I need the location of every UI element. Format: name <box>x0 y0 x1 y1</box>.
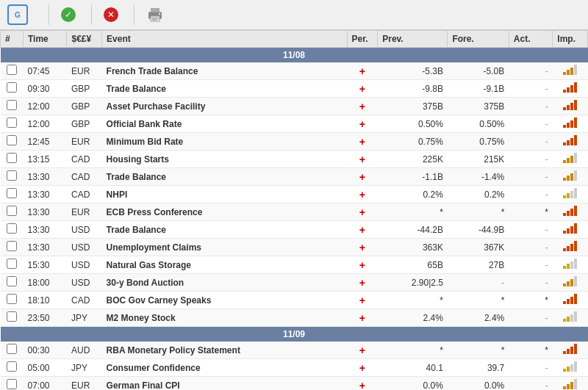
row-currency: USD <box>67 221 102 239</box>
row-time: 13:30 <box>23 168 67 186</box>
row-checkbox[interactable] <box>7 170 17 181</box>
row-imp <box>553 115 588 133</box>
row-prev: 375B <box>378 98 448 115</box>
row-checkbox[interactable] <box>7 118 17 128</box>
row-time: 05:00 <box>23 359 67 377</box>
row-event: French Trade Balance <box>102 62 347 80</box>
row-checkbox[interactable] <box>7 65 17 75</box>
row-checkbox[interactable] <box>7 153 17 163</box>
row-currency: EUR <box>67 377 102 391</box>
mark-all-button[interactable]: ✓ <box>61 7 79 22</box>
row-fore: -9.1B <box>448 80 509 98</box>
row-fore: 375B <box>448 98 509 115</box>
row-prev: 0.0% <box>378 377 448 391</box>
row-fore: 0.75% <box>448 133 509 151</box>
row-act: * <box>509 203 553 221</box>
row-checkbox[interactable] <box>7 379 17 389</box>
row-checkbox[interactable] <box>7 241 17 251</box>
row-event: M2 Money Stock <box>102 309 347 327</box>
row-per: + <box>347 62 378 80</box>
row-event: BOC Gov Carney Speaks <box>102 292 347 309</box>
row-fore: 0.2% <box>448 186 509 203</box>
row-event: Housing Starts <box>102 151 347 168</box>
row-checkbox[interactable] <box>7 311 17 322</box>
row-checkbox[interactable] <box>7 276 17 286</box>
row-currency: GBP <box>67 98 102 115</box>
row-checkbox[interactable] <box>7 100 17 110</box>
row-time: 12:00 <box>23 115 67 133</box>
table-row: 12:45 EUR Minimum Bid Rate + 0.75% 0.75%… <box>1 133 588 151</box>
row-per: + <box>347 377 378 391</box>
row-currency: CAD <box>67 151 102 168</box>
row-checkbox-cell <box>1 342 24 359</box>
row-currency: USD <box>67 256 102 274</box>
table-row: 23:50 JPY M2 Money Stock + 2.4% 2.4% - <box>1 309 588 327</box>
row-checkbox-cell <box>1 133 24 151</box>
row-event: Trade Balance <box>102 80 347 98</box>
row-time: 13:15 <box>23 151 67 168</box>
row-per: + <box>347 359 378 377</box>
row-act: - <box>509 80 553 98</box>
row-checkbox-cell <box>1 168 24 186</box>
row-checkbox[interactable] <box>7 206 17 216</box>
table-row: 15:30 USD Natural Gas Storage + 65B 27B … <box>1 256 588 274</box>
row-checkbox[interactable] <box>7 344 17 354</box>
row-fore: -5.0B <box>448 62 509 80</box>
row-imp <box>553 309 588 327</box>
row-time: 13:30 <box>23 203 67 221</box>
header-fore: Fore. <box>448 31 509 48</box>
row-checkbox-cell <box>1 186 24 203</box>
row-event: Natural Gas Storage <box>102 256 347 274</box>
row-checkbox[interactable] <box>7 188 17 198</box>
row-checkbox[interactable] <box>7 259 17 269</box>
row-checkbox-cell <box>1 256 24 274</box>
row-per: + <box>347 203 378 221</box>
row-act: - <box>509 151 553 168</box>
row-imp <box>553 359 588 377</box>
row-checkbox-cell <box>1 377 24 391</box>
row-event: Trade Balance <box>102 168 347 186</box>
row-event: Official Bank Rate <box>102 115 347 133</box>
row-fore: * <box>448 292 509 309</box>
row-imp <box>553 203 588 221</box>
row-act: * <box>509 342 553 359</box>
row-checkbox[interactable] <box>7 361 17 372</box>
row-per: + <box>347 292 378 309</box>
separator-2 <box>91 4 92 25</box>
separator-1 <box>49 4 49 25</box>
row-time: 12:45 <box>23 133 67 151</box>
row-per: + <box>347 80 378 98</box>
row-prev: 65B <box>378 256 448 274</box>
row-fore: 367K <box>448 239 509 256</box>
row-prev: 2.90|2.5 <box>378 274 448 292</box>
row-imp <box>553 80 588 98</box>
row-checkbox[interactable] <box>7 82 17 93</box>
row-act: - <box>509 168 553 186</box>
row-checkbox-cell <box>1 62 24 80</box>
row-imp <box>553 342 588 359</box>
row-event: German Final CPI <box>102 377 347 391</box>
row-checkbox[interactable] <box>7 135 17 145</box>
row-time: 13:30 <box>23 239 67 256</box>
row-fore: -44.9B <box>448 221 509 239</box>
row-checkbox-cell <box>1 292 24 309</box>
row-checkbox-cell <box>1 239 24 256</box>
table-row: 13:30 CAD NHPI + 0.2% 0.2% - <box>1 186 588 203</box>
row-per: + <box>347 98 378 115</box>
row-fore: 27B <box>448 256 509 274</box>
unmark-all-button[interactable]: ✕ <box>104 7 122 22</box>
table-row: 00:30 AUD RBA Monetary Policy Statement … <box>1 342 588 359</box>
row-per: + <box>347 309 378 327</box>
row-prev: 0.2% <box>378 186 448 203</box>
row-fore: 39.7 <box>448 359 509 377</box>
print-button[interactable] <box>146 7 168 23</box>
row-checkbox-cell <box>1 203 24 221</box>
row-fore: 2.4% <box>448 309 509 327</box>
row-prev: 363K <box>378 239 448 256</box>
row-checkbox[interactable] <box>7 294 17 304</box>
row-checkbox[interactable] <box>7 223 17 234</box>
table-row: 18:00 USD 30-y Bond Auction + 2.90|2.5 -… <box>1 274 588 292</box>
row-per: + <box>347 342 378 359</box>
print-icon <box>146 7 164 23</box>
row-imp <box>553 221 588 239</box>
